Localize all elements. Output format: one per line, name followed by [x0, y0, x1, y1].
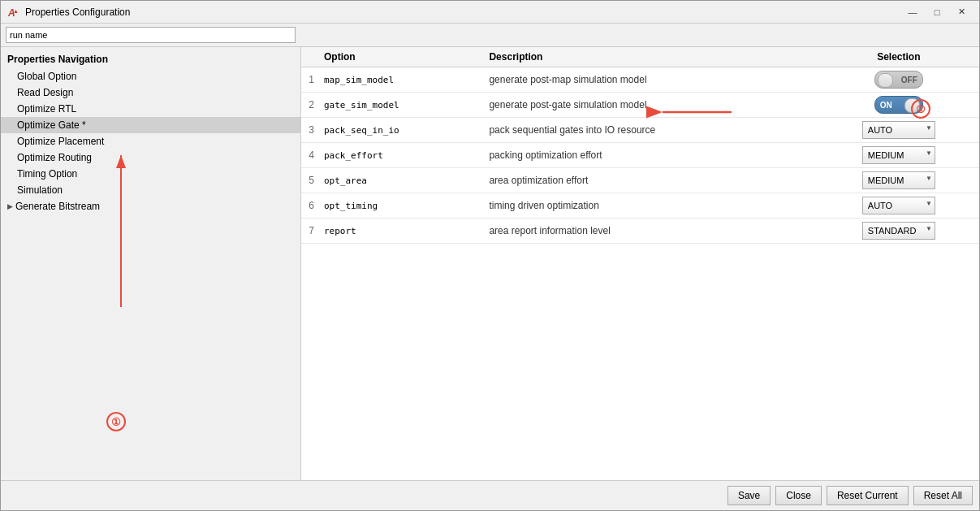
row-option: map_sim_model	[317, 67, 482, 93]
sidebar: Properties Navigation Global Option Read…	[1, 47, 301, 480]
row-selection: ON	[818, 93, 979, 118]
annotation-circle-1: ①	[106, 412, 126, 431]
row-num: 7	[301, 219, 317, 244]
row-selection: MEDIUM HIGH LOW	[818, 143, 979, 168]
table-row: 4 pack_effort packing optimization effor…	[301, 143, 979, 168]
row-num: 4	[301, 143, 317, 168]
row-description: generate post-map simulation model	[482, 67, 818, 93]
row-description: generate post-gate simulation model	[482, 93, 818, 118]
row-num: 5	[301, 168, 317, 193]
sidebar-item-simulation[interactable]: Simulation	[1, 182, 300, 198]
row-num: 2	[301, 93, 317, 118]
reset-current-button[interactable]: Reset Current	[827, 486, 909, 505]
sidebar-item-optimize-placement[interactable]: Optimize Placement	[1, 133, 300, 149]
row-num: 1	[301, 67, 317, 93]
dropdown-7[interactable]: STANDARD VERBOSE NONE	[862, 222, 935, 240]
search-bar	[1, 24, 979, 47]
toggle-label-off-1: OFF	[901, 76, 917, 84]
table-row: 3 pack_seq_in_io pack sequential gates i…	[301, 118, 979, 143]
title-bar-left: A ▲ Properties Configuration	[7, 6, 130, 19]
row-selection: AUTO ON OFF	[818, 193, 979, 219]
row-selection: MEDIUM HIGH LOW	[818, 168, 979, 193]
sidebar-item-timing-option[interactable]: Timing Option	[1, 166, 300, 182]
sidebar-item-optimize-routing[interactable]: Optimize Routing	[1, 149, 300, 166]
sidebar-item-generate-bitstream[interactable]: ▶ Generate Bitstream	[1, 198, 300, 214]
minimize-button[interactable]: —	[901, 3, 924, 21]
row-num: 6	[301, 193, 317, 219]
table-row: 2 gate_sim_model generate post-gate simu…	[301, 93, 979, 118]
table-header-row: Option Description Selection	[301, 47, 979, 67]
select-wrapper-4: MEDIUM HIGH LOW	[862, 146, 935, 164]
close-window-button[interactable]: ✕	[950, 3, 973, 21]
row-option: pack_seq_in_io	[317, 118, 482, 143]
content-area: Option Description Selection 1 map_sim_m…	[301, 47, 979, 480]
toggle-label-on-2: ON	[880, 101, 892, 110]
chevron-right-icon: ▶	[7, 202, 13, 210]
row-option: gate_sim_model	[317, 93, 482, 118]
reset-all-button[interactable]: Reset All	[913, 486, 973, 505]
sidebar-item-optimize-gate[interactable]: Optimize Gate *	[1, 117, 300, 133]
col-description: Description	[482, 47, 818, 67]
row-selection: STANDARD VERBOSE NONE	[818, 219, 979, 244]
row-option: pack_effort	[317, 143, 482, 168]
toggle-off-1[interactable]: OFF	[874, 71, 923, 89]
row-selection: OFF	[818, 67, 979, 93]
main-content: Properties Navigation Global Option Read…	[1, 47, 979, 480]
col-num	[301, 47, 317, 67]
svg-text:▲: ▲	[13, 8, 19, 14]
row-option: report	[317, 219, 482, 244]
app-icon: A ▲	[7, 6, 20, 19]
select-wrapper-7: STANDARD VERBOSE NONE	[862, 222, 935, 240]
table-row: 1 map_sim_model generate post-map simula…	[301, 67, 979, 93]
footer: Save Close Reset Current Reset All	[1, 480, 979, 510]
row-num: 3	[301, 118, 317, 143]
dropdown-5[interactable]: MEDIUM HIGH LOW	[862, 171, 935, 189]
sidebar-item-global-option[interactable]: Global Option	[1, 68, 300, 84]
select-wrapper-6: AUTO ON OFF	[862, 197, 935, 214]
row-option: opt_area	[317, 168, 482, 193]
search-input[interactable]	[6, 27, 296, 43]
sidebar-title: Properties Navigation	[1, 50, 300, 68]
row-option: opt_timing	[317, 193, 482, 219]
table-row: 6 opt_timing timing driven optimization …	[301, 193, 979, 219]
sidebar-item-read-design[interactable]: Read Design	[1, 84, 300, 101]
sidebar-label-generate-bitstream: Generate Bitstream	[15, 201, 100, 212]
close-button[interactable]: Close	[775, 486, 822, 505]
title-controls: — □ ✕	[901, 3, 973, 21]
col-selection: Selection	[818, 47, 979, 67]
options-table: Option Description Selection 1 map_sim_m…	[301, 47, 979, 244]
dropdown-6[interactable]: AUTO ON OFF	[862, 197, 935, 214]
row-description: pack sequential gates into IO resource	[482, 118, 818, 143]
toggle-on-2[interactable]: ON	[874, 96, 923, 114]
select-wrapper-5: MEDIUM HIGH LOW	[862, 171, 935, 189]
row-selection: AUTO ON OFF	[818, 118, 979, 143]
save-button[interactable]: Save	[727, 486, 771, 505]
sidebar-item-optimize-rtl[interactable]: Optimize RTL	[1, 101, 300, 117]
table-row: 5 opt_area area optimization effort MEDI…	[301, 168, 979, 193]
maximize-button[interactable]: □	[926, 3, 948, 21]
properties-table: Option Description Selection 1 map_sim_m…	[301, 47, 979, 480]
window-title: Properties Configuration	[25, 6, 130, 18]
col-option: Option	[317, 47, 482, 67]
title-bar: A ▲ Properties Configuration — □ ✕	[1, 1, 979, 24]
row-description: area optimization effort	[482, 168, 818, 193]
dropdown-4[interactable]: MEDIUM HIGH LOW	[862, 146, 935, 164]
row-description: timing driven optimization	[482, 193, 818, 219]
select-wrapper-3: AUTO ON OFF	[862, 121, 935, 139]
main-window: A ▲ Properties Configuration — □ ✕ Prope…	[0, 0, 980, 511]
dropdown-3[interactable]: AUTO ON OFF	[862, 121, 935, 139]
row-description: packing optimization effort	[482, 143, 818, 168]
table-row: 7 report area report information level S…	[301, 219, 979, 244]
row-description: area report information level	[482, 219, 818, 244]
